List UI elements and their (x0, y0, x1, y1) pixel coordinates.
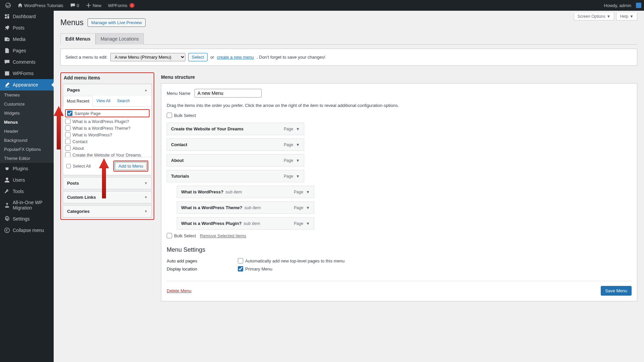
menu-name-input[interactable] (195, 89, 262, 98)
sidebar-label: WPForms (13, 71, 34, 76)
page-checkbox-item[interactable]: What is a WordPress Plugin? (65, 118, 150, 125)
tab-manage-locations[interactable]: Manage Locations (96, 33, 144, 45)
submenu-themes[interactable]: Themes (0, 90, 54, 100)
menu-item-handle[interactable]: What is a WordPress Plugin?sub itemPage▼ (177, 217, 314, 230)
sidebar-label: Users (13, 177, 25, 183)
avatar[interactable] (636, 3, 641, 8)
accordion-custom-links[interactable]: Custom Links▼ (63, 191, 152, 203)
tab-edit-menus[interactable]: Edit Menus (60, 33, 96, 45)
accordion-categories[interactable]: Categories▼ (63, 205, 152, 217)
menu-select[interactable]: A new Menu (Primary Menu) (110, 53, 185, 61)
accordion-pages[interactable]: Pages▲ (63, 84, 152, 96)
howdy-link[interactable]: Howdy, admin (601, 3, 634, 8)
page-checkbox-item[interactable]: About (65, 145, 150, 152)
submenu-popularfx-options[interactable]: PopularFX Options (0, 145, 54, 154)
create-menu-link[interactable]: create a new menu (217, 55, 254, 60)
sidebar-item-plugins[interactable]: Plugins (0, 163, 54, 174)
sidebar-item-posts[interactable]: Posts (0, 22, 54, 34)
sidebar-item-settings[interactable]: Settings (0, 213, 54, 225)
auto-add-checkbox[interactable]: Automatically add new top-level pages to… (238, 258, 344, 263)
wpforms-link[interactable]: WPForms1 (105, 3, 137, 8)
caret-down-icon[interactable]: ▼ (306, 221, 310, 226)
page-checkbox-item[interactable]: What is WordPress? (65, 131, 150, 138)
sidebar-item-collapse-menu[interactable]: Collapse menu (0, 225, 54, 236)
sidebar-item-tools[interactable]: Tools (0, 186, 54, 197)
caret-down-icon: ▼ (144, 195, 148, 199)
caret-down-icon[interactable]: ▼ (296, 142, 300, 147)
user-icon (4, 177, 10, 183)
menu-item-handle[interactable]: What is WordPress?sub itemPage▼ (177, 186, 314, 198)
sidebar-item-media[interactable]: Media (0, 34, 54, 45)
submenu-header[interactable]: Header (0, 127, 54, 136)
sidebar-item-wpforms[interactable]: WPForms (0, 68, 54, 79)
wrench-icon (4, 188, 10, 194)
sidebar-label: Tools (13, 189, 24, 194)
caret-down-icon: ▼ (630, 14, 634, 19)
menu-item-handle[interactable]: TutorialsPage▼ (167, 170, 304, 182)
comments-link[interactable]: 0 (67, 3, 82, 8)
settings-icon (4, 216, 10, 222)
page-checkbox-item[interactable]: What is a WordPress Theme? (65, 125, 150, 131)
sidebar-label: Media (13, 37, 25, 42)
add-menu-items-column: Add menu items Pages▲ Most Recent View A… (60, 72, 154, 220)
selector-after: . Don't forget to save your changes! (257, 55, 325, 60)
item-type-label: Page (284, 127, 293, 131)
submenu-theme-editor[interactable]: Theme Editor (0, 154, 54, 163)
menu-item-handle[interactable]: What is a WordPress Theme?sub itemPage▼ (177, 201, 314, 214)
menu-item-handle[interactable]: Create the Website of Your DreamsPage▼ (167, 123, 304, 135)
page-checkbox-item[interactable]: Create the Website of Your Dreams (65, 152, 150, 157)
new-content-link[interactable]: New (83, 3, 104, 8)
save-menu-button[interactable]: Save Menu (601, 286, 632, 296)
select-button[interactable]: Select (188, 53, 208, 61)
help-button[interactable]: Help ▼ (616, 13, 637, 20)
page-checkbox-item[interactable]: Sample Page (65, 109, 150, 117)
caret-down-icon[interactable]: ▼ (296, 174, 300, 179)
bulk-select-top[interactable]: Bulk Select (167, 113, 196, 118)
svg-point-1 (6, 178, 8, 180)
live-preview-button[interactable]: Manage with Live Preview (88, 18, 146, 27)
sidebar-label: Comments (13, 59, 36, 65)
submenu-menus[interactable]: Menus (0, 118, 54, 127)
menu-selector-row: Select a menu to edit: A new Menu (Prima… (60, 49, 637, 66)
remove-selected-link[interactable]: Remove Selected Items (200, 233, 246, 238)
dashboard-icon (4, 13, 10, 19)
form-icon (4, 70, 10, 76)
sidebar-item-appearance[interactable]: Appearance (0, 79, 54, 90)
wp-logo-icon[interactable] (3, 3, 13, 8)
primary-menu-checkbox[interactable]: Primary Menu (238, 266, 272, 272)
sidebar-label: All-in-One WP Migration (13, 200, 50, 210)
submenu-customize[interactable]: Customize (0, 100, 54, 109)
submenu-widgets[interactable]: Widgets (0, 109, 54, 118)
submenu-background[interactable]: Background (0, 136, 54, 145)
brush-icon (4, 82, 10, 88)
caret-down-icon[interactable]: ▼ (296, 127, 300, 131)
caret-up-icon: ▲ (144, 88, 148, 92)
caret-down-icon[interactable]: ▼ (306, 205, 310, 210)
page-checkbox-item[interactable]: Contact (65, 138, 150, 145)
add-to-menu-button[interactable]: Add to Menu (115, 162, 147, 170)
item-type-label: Page (294, 205, 303, 210)
bulk-select-bottom[interactable]: Bulk Select (167, 233, 196, 238)
select-all-checkbox[interactable]: Select All (66, 164, 91, 169)
caret-down-icon: ▼ (144, 209, 148, 213)
tab-search[interactable]: Search (114, 96, 133, 106)
sidebar-item-users[interactable]: Users (0, 174, 54, 186)
site-title-link[interactable]: WordPress Tutorials (15, 3, 66, 8)
sidebar-item-all-in-one-wp-migration[interactable]: All-in-One WP Migration (0, 197, 54, 213)
sidebar-item-comments[interactable]: Comments (0, 56, 54, 68)
menu-item-handle[interactable]: ContactPage▼ (167, 138, 304, 151)
screen-options-button[interactable]: Screen Options ▼ (574, 13, 614, 20)
sidebar-item-pages[interactable]: Pages (0, 45, 54, 56)
tab-most-recent[interactable]: Most Recent (63, 96, 93, 107)
sidebar-label: Plugins (13, 166, 28, 171)
menu-item-handle[interactable]: AboutPage▼ (167, 154, 304, 167)
caret-down-icon[interactable]: ▼ (296, 158, 300, 163)
delete-menu-link[interactable]: Delete Menu (167, 288, 192, 293)
migrate-icon (4, 202, 10, 208)
caret-down-icon[interactable]: ▼ (306, 190, 310, 194)
accordion-posts[interactable]: Posts▼ (63, 177, 152, 189)
tab-view-all[interactable]: View All (93, 96, 114, 106)
page-icon (4, 48, 10, 54)
item-type-label: Page (294, 190, 303, 194)
sidebar-item-dashboard[interactable]: Dashboard (0, 11, 54, 22)
